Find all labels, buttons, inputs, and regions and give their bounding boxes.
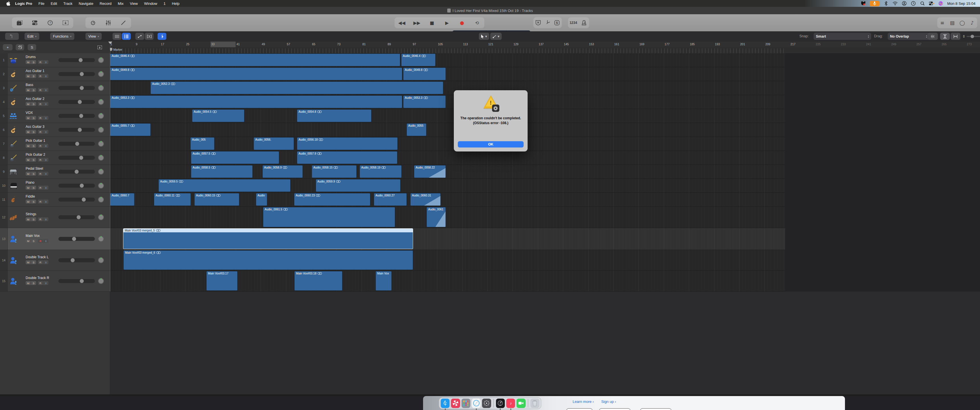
track-m-button[interactable]: M: [25, 186, 31, 190]
track-volume-slider[interactable]: [59, 58, 95, 62]
marquee-icon[interactable]: [145, 33, 154, 40]
track-name[interactable]: Acc Guitar 1: [25, 69, 45, 73]
edit-menu-button[interactable]: Edit▾: [24, 33, 39, 40]
record-button[interactable]: ●: [455, 20, 469, 25]
track-s-button[interactable]: S: [31, 130, 36, 134]
track-lane[interactable]: [110, 207, 785, 228]
audio-region[interactable]: Audio_0055: [407, 123, 426, 136]
menu-help[interactable]: Help: [169, 2, 183, 6]
track-volume-knob[interactable]: [78, 100, 82, 104]
track-header-pedal-steel[interactable]: 9Pedal SteelMSRI: [0, 165, 110, 179]
vertical-zoom-slider[interactable]: ⇕: [963, 34, 980, 38]
quick-help-icon[interactable]: ?: [45, 19, 55, 27]
library-icon[interactable]: ♪: [15, 19, 24, 27]
track-volume-slider[interactable]: [59, 156, 95, 160]
track-i-button[interactable]: I: [43, 158, 48, 162]
marker-lane[interactable]: Marker: [110, 47, 980, 54]
audio-region[interactable]: Audio_0057.5: [191, 151, 279, 164]
apple-menu-icon[interactable]: [6, 1, 10, 6]
track-header-acc-guitar-3[interactable]: 6Acc Guitar 3MSRI: [0, 123, 110, 137]
finder-dock-icon[interactable]: [441, 399, 450, 408]
audio-region[interactable]: Audio_0060.23: [294, 193, 370, 206]
metronome-icon[interactable]: [579, 19, 589, 27]
master-solo-button[interactable]: S: [28, 44, 36, 51]
track-volume-knob[interactable]: [76, 215, 81, 219]
stop-button[interactable]: ■: [425, 20, 438, 25]
audio-region[interactable]: Main Vox#03 merged_5: [123, 228, 413, 249]
solo-icon[interactable]: S: [552, 19, 562, 27]
menu-window[interactable]: Window: [141, 2, 161, 6]
bar-ruler[interactable]: 1917253341495765738189971051131211291371…: [110, 41, 980, 47]
track-stack-icon[interactable]: [95, 44, 104, 51]
view-menu-button[interactable]: View▾: [86, 33, 102, 40]
audio-region[interactable]: Audio_0060.7: [110, 193, 134, 206]
track-r-button[interactable]: R: [38, 186, 43, 190]
track-volume-knob[interactable]: [79, 156, 83, 160]
track-r-button[interactable]: R: [38, 239, 43, 243]
track-r-button[interactable]: R: [38, 88, 43, 92]
track-header-main-vox[interactable]: 13Main VoxMSRI: [0, 228, 110, 250]
audio-region[interactable]: Audio_0056.: [253, 137, 294, 150]
track-header-acc-guitar-1[interactable]: 2Acc Guitar 1MSRI: [0, 67, 110, 81]
logic-dock-icon[interactable]: [496, 399, 505, 408]
track-m-button[interactable]: M: [25, 60, 31, 64]
track-volume-knob[interactable]: [79, 114, 83, 118]
launchpad-dock-icon[interactable]: [461, 399, 470, 408]
track-i-button[interactable]: I: [43, 200, 48, 203]
spotlight-icon[interactable]: [920, 1, 925, 6]
sheet-button[interactable]: [566, 408, 593, 410]
add-track-button[interactable]: +: [3, 44, 13, 51]
track-pan-knob[interactable]: [98, 155, 104, 161]
audio-region[interactable]: Main Vox#03.18: [294, 271, 342, 291]
track-i-button[interactable]: I: [43, 130, 48, 134]
track-m-button[interactable]: M: [25, 239, 31, 243]
vertical-zoom-icon[interactable]: [940, 33, 950, 40]
audio-region[interactable]: Audio_005: [190, 137, 215, 150]
playhead-cap[interactable]: [108, 41, 112, 44]
wifi-icon[interactable]: [892, 1, 898, 6]
track-r-button[interactable]: R: [38, 60, 43, 64]
track-volume-slider[interactable]: [59, 215, 95, 219]
inspector-icon[interactable]: [61, 19, 70, 27]
track-volume-knob[interactable]: [72, 237, 76, 241]
audio-region[interactable]: Audio_0053.3: [403, 95, 446, 108]
cat-logo-icon[interactable]: [861, 1, 866, 6]
track-header-pick-guitar-1[interactable]: 7Pick Guitar 1MSRI: [0, 137, 110, 151]
track-volume-knob[interactable]: [79, 58, 83, 62]
pencil-tool[interactable]: ▾: [490, 33, 502, 40]
track-s-button[interactable]: S: [31, 172, 36, 176]
track-header-piano[interactable]: 10PianoMSRI: [0, 179, 110, 193]
track-s-button[interactable]: S: [31, 281, 36, 285]
track-volume-knob[interactable]: [80, 86, 84, 90]
track-name[interactable]: Fiddle: [25, 194, 35, 199]
track-pan-knob[interactable]: [98, 183, 104, 189]
menu-logic-pro[interactable]: Logic Pro: [12, 2, 35, 6]
track-header-vox[interactable]: 5VOXMSRI: [0, 109, 110, 123]
track-m-button[interactable]: M: [25, 144, 31, 148]
track-header-bass[interactable]: 3BassMSRI: [0, 81, 110, 95]
user-circle-icon[interactable]: [902, 1, 907, 6]
track-name[interactable]: Bass: [25, 83, 33, 87]
track-m-button[interactable]: M: [25, 130, 31, 134]
track-pan-knob[interactable]: [98, 71, 104, 77]
track-name[interactable]: Acc Guitar 2: [25, 97, 45, 101]
track-r-button[interactable]: R: [38, 260, 43, 264]
arrange-area[interactable]: Audio_0046.4Audio_0046.4Audio_0049.8Audi…: [110, 53, 980, 394]
track-volume-slider[interactable]: [59, 100, 95, 104]
track-volume-slider[interactable]: [59, 170, 95, 174]
track-name[interactable]: Pick Guitar 1: [25, 139, 45, 143]
track-pan-knob[interactable]: [98, 99, 104, 105]
list-editors-icon[interactable]: ≡: [937, 19, 947, 27]
media-browser-icon[interactable]: ♪: [967, 19, 977, 27]
track-r-button[interactable]: R: [38, 74, 43, 78]
track-volume-slider[interactable]: [59, 258, 95, 262]
track-volume-knob[interactable]: [80, 279, 84, 283]
track-name[interactable]: VOX: [25, 111, 33, 115]
track-r-button[interactable]: R: [38, 144, 43, 148]
track-i-button[interactable]: I: [43, 172, 48, 176]
track-m-button[interactable]: M: [25, 200, 31, 203]
audio-region[interactable]: Audio_0049.8: [403, 67, 446, 80]
track-m-button[interactable]: M: [25, 158, 31, 162]
track-pan-knob[interactable]: [98, 85, 104, 91]
audio-region[interactable]: Audio_0058.15: [312, 165, 357, 178]
